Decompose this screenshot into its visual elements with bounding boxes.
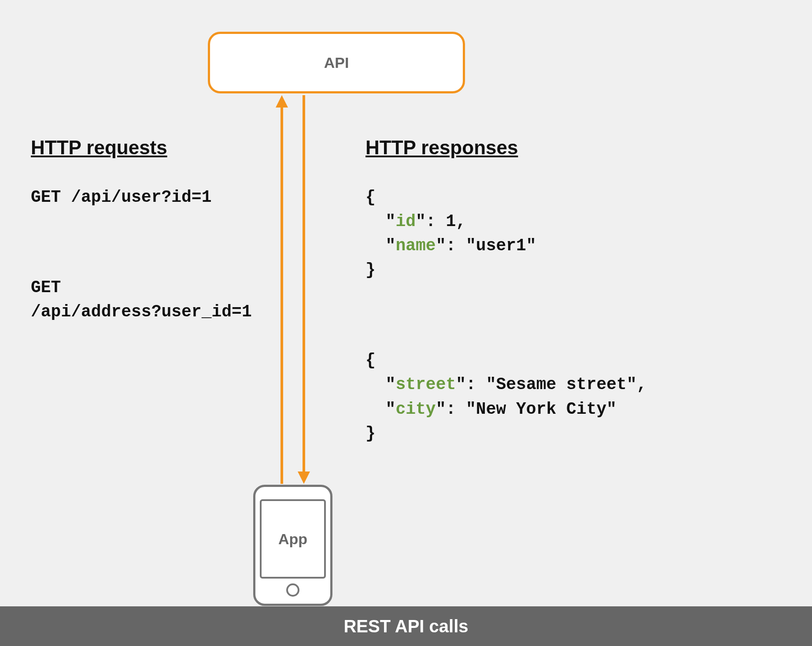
svg-marker-5 <box>298 472 310 484</box>
responses-header: HTTP responses <box>365 137 771 159</box>
diagram-canvas: API App HTTP requests GET /api/user?id=1… <box>0 0 812 606</box>
requests-header: HTTP requests <box>31 137 260 159</box>
requests-column: HTTP requests GET /api/user?id=1 GET /ap… <box>31 137 260 324</box>
diagram-title: REST API calls <box>343 616 468 636</box>
response-2: { "street": "Sesame street", "city": "Ne… <box>365 348 771 445</box>
response-1: { "id": 1, "name": "user1" } <box>365 185 771 282</box>
mobile-app-device: App <box>253 485 332 606</box>
request-2: GET /api/address?user_id=1 <box>31 275 260 324</box>
api-server-box: API <box>208 32 465 93</box>
responses-column: HTTP responses { "id": 1, "name": "user1… <box>365 137 771 446</box>
diagram-title-bar: REST API calls <box>0 606 812 646</box>
phone-home-button-icon <box>286 583 299 597</box>
api-label: API <box>324 54 349 71</box>
svg-marker-3 <box>276 95 288 108</box>
app-label: App <box>278 531 307 548</box>
phone-screen: App <box>260 499 326 579</box>
request-1: GET /api/user?id=1 <box>31 185 260 209</box>
